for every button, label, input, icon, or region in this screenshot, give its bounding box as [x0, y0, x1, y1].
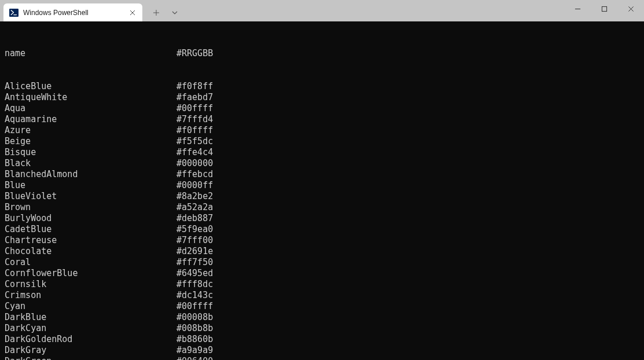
table-row: Black#000000 — [5, 158, 644, 169]
color-hex: #deb887 — [176, 213, 213, 224]
color-hex: #008b8b — [176, 323, 213, 334]
tab-close-button[interactable] — [127, 8, 138, 18]
minimize-button[interactable] — [564, 0, 591, 18]
color-name: DarkGoldenRod — [5, 334, 176, 345]
color-hex: #006400 — [176, 356, 213, 360]
table-row: DarkGreen#006400 — [5, 356, 644, 360]
table-row: BurlyWood#deb887 — [5, 213, 644, 224]
table-row: Aqua#00ffff — [5, 103, 644, 114]
svg-rect-7 — [602, 6, 606, 11]
terminal-output[interactable]: name#RRGGBB AliceBlue#f0f8ffAntiqueWhite… — [0, 21, 644, 360]
color-name: Blue — [5, 180, 176, 191]
table-row: AliceBlue#f0f8ff — [5, 81, 644, 92]
table-row: DarkCyan#008b8b — [5, 323, 644, 334]
table-row: Chartreuse#7fff00 — [5, 235, 644, 246]
tab-strip: Windows PowerShell — [0, 0, 142, 21]
color-name: Cyan — [5, 301, 176, 312]
table-row: Beige#f5f5dc — [5, 136, 644, 147]
color-hex: #7fff00 — [176, 235, 213, 246]
color-name: Cornsilk — [5, 279, 176, 290]
color-hex: #a52a2a — [176, 202, 213, 213]
table-row: Blue#0000ff — [5, 180, 644, 191]
color-name: Crimson — [5, 290, 176, 301]
table-row: BlueViolet#8a2be2 — [5, 191, 644, 202]
color-hex: #faebd7 — [176, 92, 213, 103]
table-header: name#RRGGBB — [5, 48, 644, 59]
color-hex: #00008b — [176, 312, 213, 323]
tab-actions — [147, 0, 184, 21]
color-hex: #5f9ea0 — [176, 224, 213, 235]
color-name: BlanchedAlmond — [5, 169, 176, 180]
color-hex: #6495ed — [176, 268, 213, 279]
color-hex: #00ffff — [176, 103, 213, 114]
color-name: DarkGray — [5, 345, 176, 356]
color-name: Aquamarine — [5, 114, 176, 125]
color-hex: #7fffd4 — [176, 114, 213, 125]
tab-dropdown-button[interactable] — [165, 3, 184, 21]
table-row: Cornsilk#fff8dc — [5, 279, 644, 290]
color-hex: #8a2be2 — [176, 191, 213, 202]
color-hex: #f0f8ff — [176, 81, 213, 92]
table-row: DarkGoldenRod#b8860b — [5, 334, 644, 345]
color-name: Black — [5, 158, 176, 169]
color-name: DarkGreen — [5, 356, 176, 360]
table-row: Crimson#dc143c — [5, 290, 644, 301]
table-row: BlanchedAlmond#ffebcd — [5, 169, 644, 180]
table-row: AntiqueWhite#faebd7 — [5, 92, 644, 103]
color-name: CadetBlue — [5, 224, 176, 235]
color-name: Bisque — [5, 147, 176, 158]
color-hex: #f5f5dc — [176, 136, 213, 147]
color-name: Brown — [5, 202, 176, 213]
color-name: AliceBlue — [5, 81, 176, 92]
color-name: DarkCyan — [5, 323, 176, 334]
tab-title: Windows PowerShell — [23, 9, 127, 17]
table-row: Bisque#ffe4c4 — [5, 147, 644, 158]
color-name: Coral — [5, 257, 176, 268]
color-hex: #0000ff — [176, 180, 213, 191]
header-name: name — [5, 48, 176, 59]
table-row: Aquamarine#7fffd4 — [5, 114, 644, 125]
color-hex: #ff7f50 — [176, 257, 213, 268]
color-hex: #ffe4c4 — [176, 147, 213, 158]
color-name: BlueViolet — [5, 191, 176, 202]
close-button[interactable] — [617, 0, 644, 18]
table-row: DarkBlue#00008b — [5, 312, 644, 323]
table-row: Brown#a52a2a — [5, 202, 644, 213]
color-hex: #f0ffff — [176, 125, 213, 136]
color-name: Aqua — [5, 103, 176, 114]
color-name: Chartreuse — [5, 235, 176, 246]
table-row: DarkGray#a9a9a9 — [5, 345, 644, 356]
maximize-button[interactable] — [591, 0, 617, 18]
tab-powershell[interactable]: Windows PowerShell — [3, 3, 142, 21]
color-hex: #000000 — [176, 158, 213, 169]
color-name: CornflowerBlue — [5, 268, 176, 279]
color-name: BurlyWood — [5, 213, 176, 224]
color-name: DarkBlue — [5, 312, 176, 323]
table-row: Azure#f0ffff — [5, 125, 644, 136]
window-controls — [564, 0, 644, 18]
color-name: AntiqueWhite — [5, 92, 176, 103]
table-row: Cyan#00ffff — [5, 301, 644, 312]
color-hex: #ffebcd — [176, 169, 213, 180]
table-row: Chocolate#d2691e — [5, 246, 644, 257]
color-hex: #a9a9a9 — [176, 345, 213, 356]
table-row: CornflowerBlue#6495ed — [5, 268, 644, 279]
powershell-icon — [9, 8, 19, 17]
table-row: Coral#ff7f50 — [5, 257, 644, 268]
table-row: CadetBlue#5f9ea0 — [5, 224, 644, 235]
color-name: Chocolate — [5, 246, 176, 257]
titlebar: Windows PowerShell — [0, 0, 644, 21]
color-hex: #00ffff — [176, 301, 213, 312]
color-hex: #d2691e — [176, 246, 213, 257]
color-name: Azure — [5, 125, 176, 136]
color-hex: #dc143c — [176, 290, 213, 301]
new-tab-button[interactable] — [147, 3, 165, 21]
color-name: Beige — [5, 136, 176, 147]
color-hex: #fff8dc — [176, 279, 213, 290]
color-hex: #b8860b — [176, 334, 213, 345]
header-hex: #RRGGBB — [176, 48, 213, 59]
